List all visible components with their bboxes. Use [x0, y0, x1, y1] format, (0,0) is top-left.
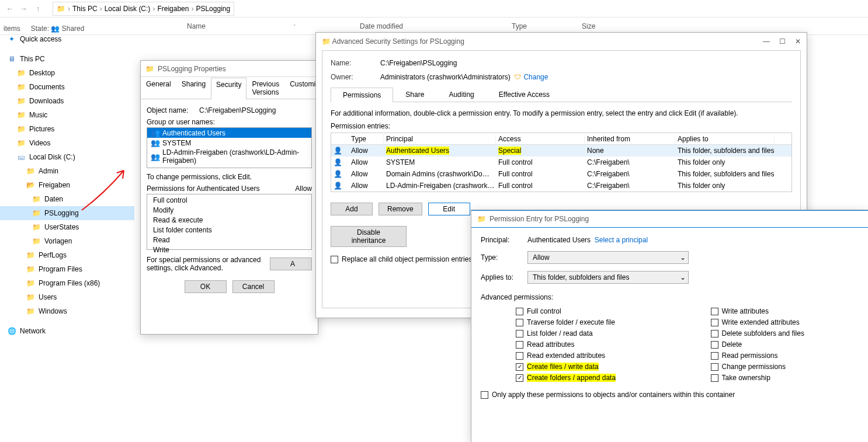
tab-security[interactable]: Security [211, 78, 246, 99]
tree-item[interactable]: 📁UserStates [0, 220, 134, 234]
tree-item[interactable]: 📁Desktop [0, 66, 134, 80]
permission-table[interactable]: TypePrincipalAccessInherited fromApplies… [331, 133, 792, 192]
tree-item[interactable]: 🖴Local Disk (C:) [0, 150, 134, 164]
checkbox[interactable] [711, 374, 718, 382]
col-size[interactable]: Size [582, 22, 652, 30]
checkbox-label: Full control [527, 307, 561, 315]
tab-general[interactable]: General [141, 77, 176, 99]
tab-share[interactable]: Share [393, 87, 436, 102]
col-date[interactable]: Date modified [360, 22, 512, 30]
owner-label: Owner: [331, 73, 380, 81]
list-item[interactable]: 👥LD-Admin-Freigaben (crashwork\LD-Admin-… [147, 148, 311, 165]
checkbox[interactable] [711, 341, 718, 349]
forward-icon[interactable]: → [20, 5, 28, 13]
tree-item[interactable]: 📁Program Files (x86) [0, 276, 134, 290]
perm-item: Read [153, 235, 305, 245]
checkbox[interactable] [711, 308, 718, 315]
checkbox[interactable] [711, 352, 718, 360]
checkbox-label: Delete [722, 340, 742, 349]
advanced-button[interactable]: A [270, 257, 312, 270]
tree-item[interactable]: 🖥This PC [0, 52, 134, 66]
applies-select[interactable]: This folder, subfolders and files⌄ [527, 271, 689, 284]
tree-item[interactable]: 📁PerfLogs [0, 248, 134, 262]
disable-inheritance-button[interactable]: Disable inheritance [331, 226, 407, 247]
table-row[interactable]: 👤AllowAuthenticated UsersSpecialNoneThis… [331, 145, 791, 156]
table-row[interactable]: 👤AllowDomain Admins (crashwork\Do…Full c… [331, 168, 791, 180]
tree-item[interactable]: 📁Pictures [0, 122, 134, 136]
list-item[interactable]: 👥Authenticated Users [147, 128, 311, 138]
checkbox[interactable] [516, 330, 523, 337]
tree-item[interactable]: 📁Documents [0, 80, 134, 94]
tree-item[interactable]: 📁PSLogging [0, 206, 134, 220]
col-header[interactable]: Inherited from [585, 135, 675, 143]
list-item[interactable]: 👥SYSTEM [147, 138, 311, 148]
replace-checkbox[interactable] [331, 256, 338, 263]
info-text: For additional information, double-click… [331, 109, 792, 117]
advanced-note: For special permissions or advanced sett… [147, 256, 263, 272]
col-type[interactable]: Type [512, 22, 582, 30]
tab-previous-versions[interactable]: Previous Versions [246, 77, 284, 99]
up-icon[interactable]: ↑ [34, 5, 42, 13]
checkbox[interactable] [516, 308, 523, 315]
add-button[interactable]: Add [331, 203, 373, 215]
users-icon: 👥 [151, 166, 160, 168]
checkbox[interactable] [711, 363, 718, 371]
pc-icon: 🖥 [7, 54, 16, 64]
maximize-icon[interactable]: ☐ [779, 37, 786, 46]
close-icon[interactable]: ✕ [795, 37, 801, 46]
tree-item[interactable]: 📁Program Files [0, 262, 134, 276]
tree-item[interactable]: 📁Users [0, 290, 134, 304]
col-name[interactable]: Name [187, 22, 206, 30]
type-select[interactable]: Allow⌄ [527, 251, 689, 264]
list-item[interactable]: 👥Domain Admins (crashwork\Domain Admins) [147, 165, 311, 168]
checkbox[interactable] [516, 341, 523, 349]
list-item-label: Domain Admins (crashwork\Domain Admins) [162, 166, 301, 169]
back-icon[interactable]: ← [6, 5, 14, 13]
object-name-label: Object name: [147, 106, 199, 114]
chevron-down-icon: ⌄ [680, 253, 686, 262]
checkbox[interactable]: ✓ [516, 363, 523, 371]
tree-item[interactable]: 📁Daten [0, 192, 134, 206]
checkbox[interactable] [516, 352, 523, 360]
ok-button[interactable]: OK [185, 280, 227, 293]
tab-permissions[interactable]: Permissions [331, 88, 393, 102]
tree-item[interactable]: 📁Windows [0, 304, 134, 318]
remove-button[interactable]: Remove [379, 203, 422, 215]
tab-effective-access[interactable]: Effective Access [487, 87, 562, 102]
checkbox[interactable] [516, 319, 523, 326]
crumb-1[interactable]: Local Disk (C:) [105, 5, 151, 13]
folder-icon: 📁 [16, 110, 26, 120]
checkbox[interactable]: ✓ [516, 374, 523, 382]
tree-item[interactable]: 📁Vorlagen [0, 234, 134, 248]
tab-sharing[interactable]: Sharing [176, 77, 211, 99]
only-apply-checkbox[interactable] [481, 391, 488, 399]
tree-item[interactable]: 📁Videos [0, 136, 134, 150]
edit-button[interactable]: Edit [428, 203, 470, 215]
col-header[interactable]: Type [349, 135, 384, 143]
cell-type: Allow [349, 147, 384, 155]
checkbox[interactable] [711, 319, 718, 326]
crumb-0[interactable]: This PC [72, 5, 98, 13]
col-header[interactable]: Principal [384, 135, 496, 143]
checkbox[interactable] [711, 330, 718, 337]
tree-item[interactable]: 📁Downloads [0, 94, 134, 108]
tree-item[interactable]: 📂Freigaben [0, 178, 134, 192]
tree-item[interactable]: 🌐Network [0, 324, 134, 338]
table-row[interactable]: 👤AllowLD-Admin-Freigaben (crashwork…Full… [331, 180, 791, 192]
cancel-button[interactable]: Cancel [232, 280, 275, 293]
tree-item[interactable]: 📁Admin [0, 164, 134, 178]
allow-header: Allow [295, 185, 312, 193]
tab-auditing[interactable]: Auditing [436, 87, 486, 102]
table-row[interactable]: 👤AllowSYSTEMFull controlC:\Freigaben\Thi… [331, 156, 791, 168]
col-header[interactable]: Access [496, 135, 585, 143]
group-list[interactable]: 👥Authenticated Users👥SYSTEM👥LD-Admin-Fre… [147, 127, 312, 168]
select-principal-link[interactable]: Select a principal [595, 236, 648, 244]
titlebar: 📁 Permission Entry for PSLogging [471, 210, 868, 228]
breadcrumb[interactable]: 📁 › This PC › Local Disk (C:) › Freigabe… [53, 2, 234, 16]
tree-item[interactable]: 📁Music [0, 108, 134, 122]
minimize-icon[interactable]: — [763, 37, 770, 46]
col-header[interactable]: Applies to [675, 135, 775, 143]
crumb-2[interactable]: Freigaben [157, 5, 189, 13]
change-link[interactable]: 🛡Change [514, 73, 548, 81]
crumb-3[interactable]: PSLogging [196, 5, 230, 13]
